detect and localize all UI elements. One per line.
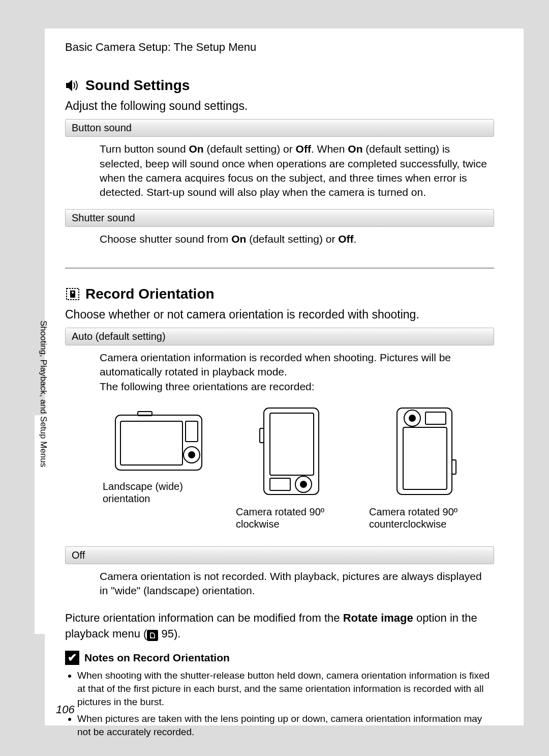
option-head-shutter-sound: Shutter sound xyxy=(65,209,494,227)
speaker-icon xyxy=(65,79,80,92)
option-body-auto: Camera orientation information is record… xyxy=(65,345,494,544)
option-body-off: Camera orientation is not recorded. With… xyxy=(65,564,494,605)
option-body-shutter-sound: Choose shutter sound from On (default se… xyxy=(65,227,494,253)
manual-page: Shooting, Playback, and Setup Menus Basi… xyxy=(36,28,524,725)
auto-body-1: Camera orientation information is record… xyxy=(100,351,484,380)
svg-rect-15 xyxy=(397,408,452,495)
caption-landscape: Landscape (wide) orientation xyxy=(100,480,218,505)
sound-intro: Adjust the following sound settings. xyxy=(65,98,494,114)
svg-point-2 xyxy=(72,292,74,294)
svg-point-7 xyxy=(189,452,195,458)
section-title: Sound Settings xyxy=(85,77,190,94)
svg-rect-17 xyxy=(425,412,446,424)
notes-title-text: Notes on Record Orientation xyxy=(84,652,230,664)
option-head-off: Off xyxy=(65,546,494,564)
figure-cw: Camera rotated 90º clockwise xyxy=(233,404,351,530)
caption-ccw: Camera rotated 90º counterclockwise xyxy=(366,506,484,530)
section-title: Record Orientation xyxy=(85,286,215,302)
notes-list: When shooting with the shutter-release b… xyxy=(65,669,494,738)
figure-ccw: Camera rotated 90º counterclockwise xyxy=(366,404,484,530)
section-sound-settings: Sound Settings xyxy=(65,77,494,94)
notes-heading: ✔ Notes on Record Orientation xyxy=(65,651,494,665)
svg-rect-3 xyxy=(115,415,202,470)
svg-rect-4 xyxy=(120,421,182,465)
figure-landscape: Landscape (wide) orientation xyxy=(100,404,218,530)
svg-rect-14 xyxy=(260,428,264,443)
svg-rect-11 xyxy=(270,478,290,490)
section-record-orientation: Record Orientation xyxy=(65,286,494,302)
auto-body-2: The following three orientations are rec… xyxy=(100,380,484,394)
svg-point-13 xyxy=(300,481,307,487)
orientation-figures-row: Landscape (wide) orientation Camera rota… xyxy=(100,404,484,530)
caption-cw: Camera rotated 90º clockwise xyxy=(233,506,351,530)
note-item: When pictures are taken with the lens po… xyxy=(77,712,494,738)
record-intro: Choose whether or not camera orientation… xyxy=(65,306,494,323)
svg-rect-9 xyxy=(264,408,319,495)
section-divider xyxy=(65,268,494,269)
notes-block: ✔ Notes on Record Orientation When shoot… xyxy=(65,651,494,738)
page-number: 106 xyxy=(56,703,75,716)
svg-rect-20 xyxy=(452,460,456,474)
option-head-button-sound: Button sound xyxy=(65,119,494,137)
option-body-button-sound: Turn button sound On (default setting) o… xyxy=(65,137,494,207)
option-head-auto: Auto (default setting) xyxy=(65,328,494,345)
svg-rect-5 xyxy=(186,421,198,442)
svg-rect-10 xyxy=(270,413,314,475)
running-head: Basic Camera Setup: The Setup Menu xyxy=(65,41,494,54)
cross-reference: Picture orientation information can be m… xyxy=(65,610,494,642)
check-icon: ✔ xyxy=(65,651,79,665)
note-item: When shooting with the shutter-release b… xyxy=(77,669,494,708)
page-ref-icon xyxy=(147,630,158,641)
orientation-icon xyxy=(65,287,80,301)
svg-point-19 xyxy=(409,415,415,421)
side-tab-label: Shooting, Playback, and Setup Menus xyxy=(36,316,51,530)
svg-rect-16 xyxy=(403,427,447,489)
